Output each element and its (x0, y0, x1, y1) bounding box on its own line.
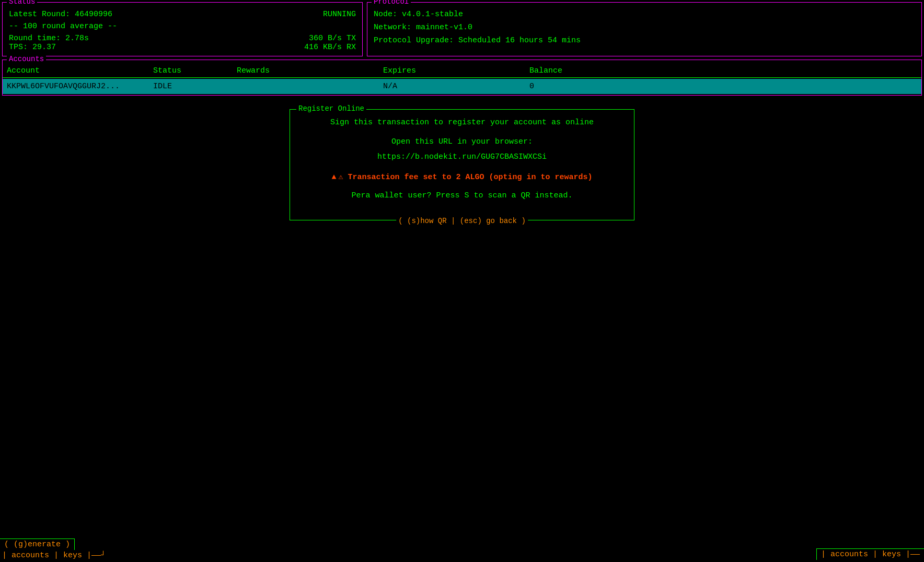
protocol-panel: Protocol Node: v4.0.1-stable Network: ma… (367, 2, 922, 56)
bottom-tabs-left: | accounts | keys |——┘ (0, 551, 106, 560)
status-round-time: Round time: 2.78s (9, 34, 89, 43)
protocol-node: Node: v4.0.1-stable (374, 10, 915, 19)
protocol-panel-title: Protocol (372, 0, 411, 6)
status-tps: TPS: 29.37 (9, 43, 56, 52)
dialog-warning: ▲⚠ Transaction fee set to 2 ALGO (opting… (311, 172, 613, 182)
generate-box[interactable]: ( (g)enerate ) (0, 538, 75, 550)
dialog-url: https://b.nodekit.run/GUG7CBASIWXCSi (311, 153, 613, 161)
bottom-right: | accounts | keys |—— (816, 548, 924, 560)
dialog-sign-text: Sign this transaction to register your a… (311, 118, 613, 127)
status-panel: Status Latest Round: 46490996 RUNNING --… (2, 2, 363, 56)
status-round-time-row: Round time: 2.78s 360 B/s TX (9, 34, 356, 43)
bottom-left: ( (g)enerate ) | accounts | keys |——┘ (0, 538, 106, 560)
row-rewards (237, 82, 383, 91)
dialog-container: Register Online Sign this transaction to… (2, 109, 922, 220)
protocol-network: Network: mainnet-v1.0 (374, 23, 915, 32)
status-tps-row: TPS: 29.37 416 KB/s RX (9, 43, 356, 52)
row-account: KKPWL6OFVUFOAVQGGURJ2... (7, 82, 153, 91)
row-balance: 0 (529, 82, 917, 91)
header-status: Status (153, 66, 237, 75)
dialog-footer: ( (s)how QR | (esc) go back ) (396, 217, 528, 225)
status-panel-title: Status (7, 0, 37, 6)
register-online-dialog: Register Online Sign this transaction to… (290, 109, 634, 220)
dialog-open-url-label: Open this URL in your browser: (311, 137, 613, 146)
status-rx-rate: 416 KB/s RX (304, 43, 356, 52)
bottom-bar: ( (g)enerate ) | accounts | keys |——┘ | … (0, 533, 924, 562)
row-expires: N/A (383, 82, 529, 91)
accounts-section: Accounts Account Status Rewards Expires … (2, 60, 922, 96)
header-balance: Balance (529, 66, 917, 75)
header-account: Account (7, 66, 153, 75)
header-rewards: Rewards (237, 66, 383, 75)
header-expires: Expires (383, 66, 529, 75)
status-latest-round-row: Latest Round: 46490996 RUNNING (9, 10, 356, 19)
generate-label: ( (g)enerate ) (4, 540, 70, 549)
status-latest-round: Latest Round: 46490996 (9, 10, 112, 19)
dialog-pera-text: Pera wallet user? Press S to scan a QR i… (311, 191, 613, 200)
bottom-tabs-right: | accounts | keys |—— (816, 548, 924, 560)
protocol-upgrade: Protocol Upgrade: Scheduled 16 hours 54 … (374, 36, 915, 45)
status-divider: -- 100 round average -- (9, 22, 356, 31)
status-running: RUNNING (323, 10, 356, 19)
warning-icon: ▲ (331, 173, 336, 182)
status-tx-rate: 360 B/s TX (309, 34, 356, 43)
table-row[interactable]: KKPWL6OFVUFOAVQGGURJ2... IDLE N/A 0 (3, 79, 921, 94)
bottom-tabs-right-label: | accounts | keys |—— (821, 550, 920, 559)
accounts-section-title: Accounts (7, 55, 46, 63)
bottom-tabs-left-label: | accounts | keys |——┘ (2, 551, 106, 560)
dialog-title: Register Online (296, 104, 366, 113)
row-status: IDLE (153, 82, 237, 91)
accounts-table-header: Account Status Rewards Expires Balance (3, 63, 921, 78)
